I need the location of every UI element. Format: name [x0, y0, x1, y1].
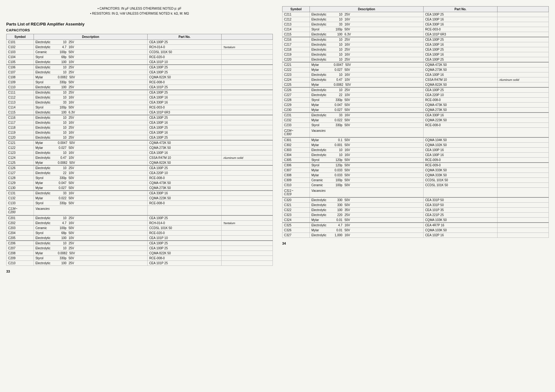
row-part-no: CEA 100P 25: [424, 47, 498, 52]
row-note: [498, 108, 549, 113]
row-note: [498, 72, 549, 77]
table-row: C209Styrol330p 50VRCE-008-0: [7, 256, 273, 261]
row-description: Mylar0.022 50V: [34, 196, 147, 201]
row-note: [222, 160, 273, 166]
row-part-no: CQMA 104K 50: [424, 137, 498, 143]
row-description: Electrolytic100 35V: [310, 208, 423, 213]
row-symbol: C228: [282, 98, 310, 103]
row-note: [222, 171, 273, 176]
row-note: [222, 241, 273, 246]
row-part-no: RCE-020-0: [148, 55, 222, 60]
table-row: C220Electrolytic10 25VCEA 100P 25: [282, 57, 549, 62]
row-symbol: C232: [282, 118, 310, 123]
row-part-no: CEA 330P 16: [148, 100, 222, 105]
row-description: Ceramic100p 50V: [34, 226, 147, 231]
row-description: Electrolytic10 25V: [310, 12, 423, 17]
row-symbol: C223: [282, 72, 310, 77]
row-symbol: C104: [7, 55, 34, 60]
row-symbol: C125: [7, 160, 34, 166]
table-row: C126Electrolytic10 25VCEA 100P 25: [7, 165, 273, 171]
r-col-symbol-header: Symbol: [282, 7, 310, 12]
row-note: [498, 103, 549, 108]
table-row: C106Electrolytic10 25VCEA 100P 25: [7, 65, 273, 70]
row-note: [498, 67, 549, 72]
r-col-part-header: Part No.: [424, 7, 498, 12]
table-row: C217Electrolytic10 16VCEA 100P 16: [282, 42, 549, 47]
table-row: C230Mylar0.027 50VCQMA 273K 50: [282, 108, 549, 113]
row-symbol: C325: [282, 223, 310, 228]
row-symbol: C117: [7, 120, 34, 125]
table-row: C304Electrolytic10 16VCEA 100P 16: [282, 153, 549, 158]
row-symbol: C116: [7, 115, 34, 120]
row-symbol: C323: [282, 213, 310, 218]
row-note: [222, 100, 273, 105]
row-symbol: C327: [282, 233, 310, 238]
row-note: [498, 12, 549, 17]
col-desc-header: Description: [34, 34, 147, 40]
row-description: Electrolytic100 25V: [34, 85, 147, 90]
row-note: [222, 145, 273, 150]
row-description: Mylar0.0082 50V: [34, 160, 147, 166]
table-row: C327Electrolytic1,000 16VCEA 102P 16: [282, 233, 549, 238]
row-description: Electrolytic10 16V: [310, 148, 423, 153]
table-row: C306Styrol120p 50VRCE-009-0: [282, 163, 549, 168]
row-note: [498, 183, 549, 188]
row-part-no: CQMA 103K 50: [424, 218, 498, 223]
row-symbol: C211: [282, 12, 310, 17]
row-note: [498, 208, 549, 213]
table-row: C129Mylar0.047 50VCQMA 473K 50: [7, 181, 273, 186]
row-note: [498, 178, 549, 183]
table-row: C132Mylar0.022 50VCQMA 223K 50: [7, 196, 273, 201]
header-notes: • CAPACITORS: IN μF UNLESS OTHERWISE NOT…: [6, 6, 273, 16]
row-part-no: RCE-003-0: [424, 27, 498, 32]
table-row: C202Electrolytic4.7 16VRCH-014-0Tantalum: [7, 221, 273, 226]
table-row: C109Styrol330p 50VRCE-008-0: [7, 80, 273, 85]
row-note: [222, 110, 273, 115]
table-row: C116Electrolytic10 25VCEA 100P 25: [7, 115, 273, 120]
row-symbol: C308: [282, 173, 310, 178]
row-part-no: CQMA 473K 50: [148, 181, 222, 186]
row-description: Ceramic100p 50V: [310, 178, 423, 183]
table-row: C203Ceramic100p 50VCCDSL 101K 50: [7, 226, 273, 231]
row-part-no: CEA 100P 16: [148, 150, 222, 155]
row-description: Electrolytic10 16V: [34, 150, 147, 155]
row-description: Electrolytic10 16V: [310, 17, 423, 22]
row-part-no: CQMA 102K 50: [424, 143, 498, 148]
table-row: C303Electrolytic10 16VCEA 100P 16: [282, 148, 549, 153]
row-description: Mylar0.1 50V: [310, 137, 423, 143]
row-part-no: CEA 100P 25: [424, 12, 498, 17]
row-part-no: CEA 100P 25: [148, 40, 222, 45]
row-symbol: C121: [7, 140, 34, 145]
row-description: Ceramic100p 50V: [310, 183, 423, 188]
row-symbol: C222: [282, 67, 310, 72]
row-symbol: C107: [7, 70, 34, 75]
row-note: [498, 52, 549, 57]
row-description: Electrolytic330 50V: [310, 197, 423, 203]
row-part-no: CCDSL 101K 50: [424, 178, 498, 183]
row-description: Mylar0.0047 50V: [310, 62, 423, 67]
table-row: C105Electrolytic100 10VCEA 101P 10: [7, 60, 273, 65]
row-symbol: C226: [282, 87, 310, 93]
row-description: Electrolytic330 50V: [310, 203, 423, 208]
row-description: Electrolytic100 10V: [34, 60, 147, 65]
page-container: • CAPACITORS: IN μF UNLESS OTHERWISE NOT…: [6, 6, 549, 273]
row-description: Mylar0.0082 50V: [34, 75, 147, 80]
row-symbol: C132: [7, 196, 34, 201]
vacancy-label: Vacancies: [34, 206, 147, 216]
row-description: Styrol68p 50V: [34, 231, 147, 236]
row-symbol: C111: [7, 90, 34, 95]
vacancy-row: C234~ C300Vacancies: [282, 128, 549, 138]
row-part-no: CEA 100P 25: [424, 57, 498, 62]
r-col-note-header: [498, 7, 549, 12]
row-note: [222, 85, 273, 90]
row-note: [222, 201, 273, 206]
row-description: Electrolytic10 25V: [34, 135, 147, 141]
table-row: C224Electrolytic0.47 10VCSSA R47M 10Alum…: [282, 77, 549, 82]
row-part-no: CEA 220P 10: [424, 93, 498, 98]
row-part-no: CQMA 103K 50: [424, 228, 498, 233]
table-row: C113Electrolytic33 16VCEA 330P 16: [7, 100, 273, 105]
row-note: [222, 40, 273, 45]
table-row: C125Mylar0.0082 50VCQMA 822K 50: [7, 160, 273, 166]
row-symbol: C225: [282, 82, 310, 88]
table-row: C103Ceramic100p 50VCCDSL 101K 50: [7, 50, 273, 55]
